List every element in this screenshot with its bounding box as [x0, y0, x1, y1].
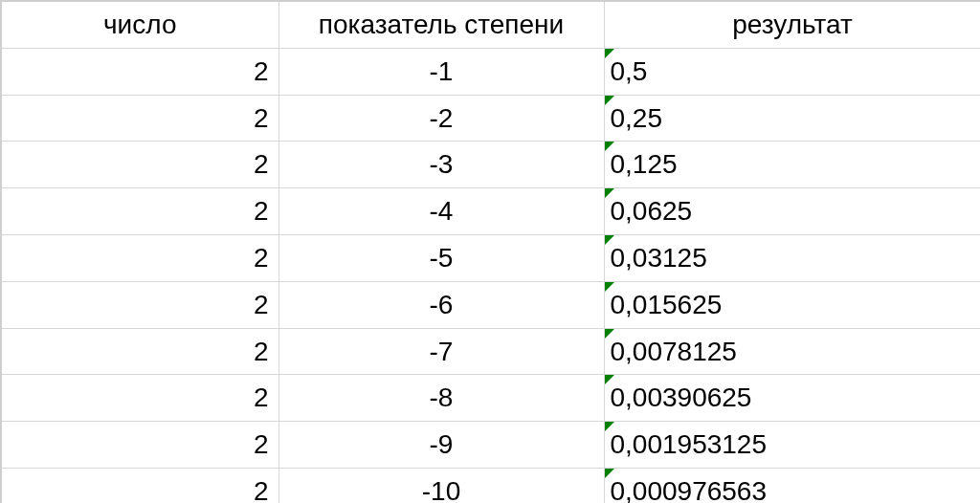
cell-result[interactable]: 0,000976563: [604, 468, 980, 503]
cell-number[interactable]: 2: [1, 95, 278, 142]
header-row: число показатель степени результат: [1, 1, 980, 48]
cell-exponent[interactable]: -2: [278, 95, 604, 142]
cell-result-value: 0,25: [611, 103, 663, 133]
cell-exponent[interactable]: -8: [278, 375, 604, 422]
cell-exponent[interactable]: -5: [278, 234, 604, 281]
cell-result-value: 0,125: [611, 149, 678, 179]
cell-result-value: 0,015625: [611, 290, 723, 319]
cell-exponent[interactable]: -6: [278, 281, 604, 328]
table-row: 2 -5 0,03125: [1, 234, 980, 281]
cell-exponent[interactable]: -1: [278, 48, 604, 95]
cell-exponent[interactable]: -9: [278, 422, 604, 469]
cell-result[interactable]: 0,0078125: [604, 328, 980, 375]
cell-result-value: 0,00390625: [611, 383, 752, 412]
cell-number[interactable]: 2: [1, 234, 278, 281]
cell-result-value: 0,0625: [611, 196, 693, 226]
cell-exponent[interactable]: -4: [278, 188, 604, 235]
cell-number[interactable]: 2: [1, 281, 278, 328]
error-flag-icon: [605, 422, 614, 431]
cell-number[interactable]: 2: [1, 48, 278, 95]
cell-result[interactable]: 0,00390625: [604, 375, 980, 422]
spreadsheet-grid[interactable]: число показатель степени результат 2 -1 …: [0, 0, 980, 503]
table-row: 2 -10 0,000976563: [1, 468, 980, 503]
cell-result[interactable]: 0,03125: [604, 234, 980, 281]
cell-result-value: 0,0078125: [611, 337, 737, 366]
header-exponent[interactable]: показатель степени: [278, 1, 604, 48]
cell-number[interactable]: 2: [1, 422, 278, 469]
table-row: 2 -4 0,0625: [1, 188, 980, 235]
table-row: 2 -2 0,25: [1, 95, 980, 142]
cell-exponent[interactable]: -3: [278, 142, 604, 188]
cell-result[interactable]: 0,125: [604, 142, 980, 188]
cell-exponent[interactable]: -7: [278, 328, 604, 375]
table-row: 2 -3 0,125: [1, 142, 980, 188]
header-number[interactable]: число: [1, 1, 278, 48]
cell-result[interactable]: 0,0625: [604, 188, 980, 235]
cell-number[interactable]: 2: [1, 142, 278, 188]
cell-number[interactable]: 2: [1, 468, 278, 503]
cell-number[interactable]: 2: [1, 375, 278, 422]
error-flag-icon: [605, 96, 614, 105]
table-row: 2 -6 0,015625: [1, 281, 980, 328]
cell-result[interactable]: 0,25: [604, 95, 980, 142]
table-row: 2 -8 0,00390625: [1, 375, 980, 422]
data-table: число показатель степени результат 2 -1 …: [0, 0, 980, 503]
table-row: 2 -7 0,0078125: [1, 328, 980, 375]
table-row: 2 -9 0,001953125: [1, 422, 980, 469]
cell-result-value: 0,001953125: [611, 429, 768, 459]
cell-result-value: 0,03125: [611, 243, 707, 273]
table-row: 2 -1 0,5: [1, 48, 980, 95]
cell-result-value: 0,000976563: [611, 476, 768, 503]
error-flag-icon: [605, 49, 614, 58]
cell-result[interactable]: 0,5: [604, 48, 980, 95]
cell-result[interactable]: 0,015625: [604, 281, 980, 328]
cell-result-value: 0,5: [611, 56, 648, 86]
cell-result[interactable]: 0,001953125: [604, 422, 980, 469]
cell-exponent[interactable]: -10: [278, 468, 604, 503]
error-flag-icon: [605, 235, 614, 245]
error-flag-icon: [605, 188, 614, 198]
error-flag-icon: [605, 329, 614, 339]
error-flag-icon: [605, 469, 614, 478]
cell-number[interactable]: 2: [1, 328, 278, 375]
header-result[interactable]: результат: [604, 1, 980, 48]
error-flag-icon: [605, 282, 614, 292]
error-flag-icon: [605, 375, 614, 384]
error-flag-icon: [605, 142, 614, 151]
cell-number[interactable]: 2: [1, 188, 278, 235]
